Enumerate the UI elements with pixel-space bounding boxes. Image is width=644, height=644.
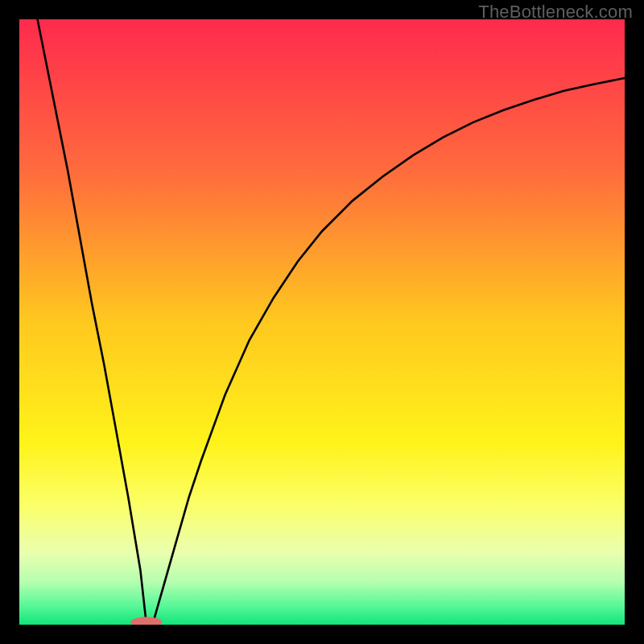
plot-area [19,19,625,625]
chart-svg [19,19,625,625]
chart-frame: TheBottleneck.com [0,0,644,644]
gradient-background [19,19,625,625]
watermark-text: TheBottleneck.com [478,2,633,23]
